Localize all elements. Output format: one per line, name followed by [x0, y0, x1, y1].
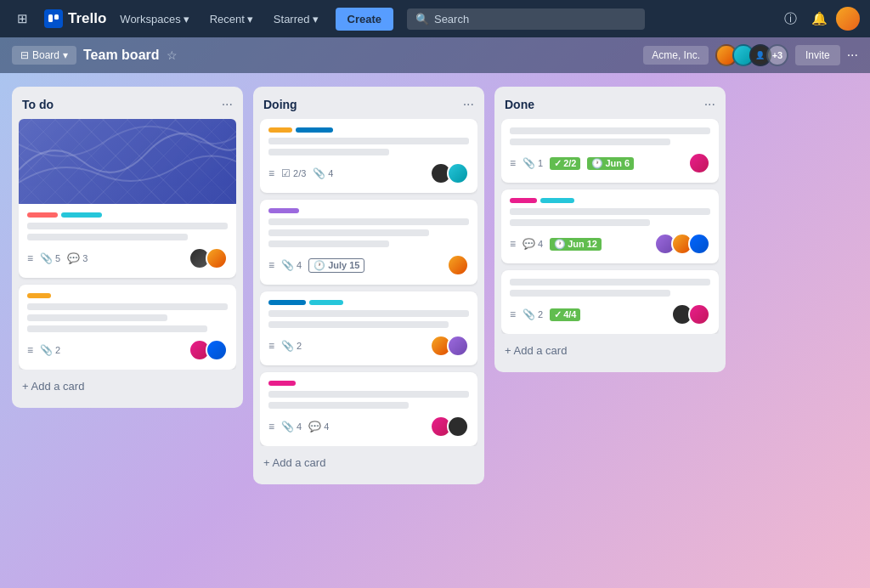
card-labels [268, 208, 469, 213]
label-pink [27, 212, 58, 218]
info-icon-button[interactable]: ⓘ [778, 7, 802, 31]
app-name: Trello [68, 10, 106, 27]
card-avatar-3[interactable] [688, 233, 710, 255]
column-todo-header: To do ··· [19, 95, 236, 119]
card-todo-1[interactable]: ≡ 📎 5 💬 3 [19, 119, 236, 278]
svg-rect-0 [48, 14, 53, 22]
label-cyan [61, 212, 102, 218]
board-view-button[interactable]: ⊟ Board ▾ [12, 46, 76, 65]
card-done-1[interactable]: ≡ 📎 1 ✓ 2/2 🕐 Jun 6 [501, 119, 719, 183]
list-icon: ≡ [268, 259, 274, 271]
nav-icons-group: ⓘ 🔔 [778, 7, 860, 31]
card-footer: ≡ 📎 4 🕐 July 15 [268, 254, 469, 276]
meta-list: ≡ [268, 421, 274, 433]
comment-icon: 💬 [308, 421, 321, 433]
card-doing-1[interactable]: ≡ ☑ 2/3 📎 4 [260, 119, 477, 193]
card-text-2 [27, 314, 167, 321]
card-text-3 [268, 240, 389, 247]
card-avatar-2[interactable] [447, 162, 469, 184]
column-done-cards: ≡ 📎 1 ✓ 2/2 🕐 Jun 6 [501, 119, 719, 334]
card-text-2 [268, 402, 409, 409]
invite-button[interactable]: Invite [795, 45, 840, 65]
card-labels [268, 381, 469, 386]
column-doing-menu[interactable]: ··· [463, 97, 474, 112]
star-icon[interactable]: ☆ [167, 48, 178, 62]
notifications-button[interactable]: 🔔 [807, 7, 831, 31]
paperclip-count: 4 [297, 421, 302, 432]
recent-menu[interactable]: Recent ▾ [203, 9, 260, 29]
card-footer: ≡ ☑ 2/3 📎 4 [268, 162, 469, 184]
board-nav-left: ⊟ Board ▾ Team board ☆ [12, 46, 178, 65]
card-labels [27, 212, 228, 218]
add-card-doing[interactable]: + Add a card [260, 449, 477, 476]
card-text-1 [27, 223, 228, 229]
paperclip-count: 4 [328, 168, 333, 178]
card-avatar-2[interactable] [688, 303, 710, 325]
card-avatar-2[interactable] [206, 339, 228, 361]
card-avatars [189, 247, 228, 269]
card-text-2 [510, 219, 650, 226]
card-footer: ≡ 📎 2 ✓ 4/4 [510, 303, 710, 325]
card-avatars [430, 162, 469, 184]
card-labels [268, 127, 469, 133]
comment-count: 4 [324, 421, 329, 432]
meta-paperclip: 📎 1 [523, 157, 543, 169]
label-blue [268, 300, 306, 305]
comment-count: 3 [82, 253, 88, 263]
paperclip-count: 2 [297, 341, 302, 351]
check-icon: ✓ [554, 309, 562, 320]
label-teal [309, 300, 343, 305]
user-avatar[interactable] [836, 7, 860, 31]
card-avatars [654, 233, 710, 255]
card-avatars [189, 339, 228, 361]
more-options-button[interactable]: ··· [847, 48, 858, 63]
card-meta: ≡ 📎 2 [27, 344, 60, 356]
paperclip-count: 5 [55, 253, 60, 263]
member-count[interactable]: +3 [766, 44, 788, 66]
meta-list: ≡ [268, 340, 274, 352]
card-doing-4[interactable]: ≡ 📎 4 💬 4 [260, 372, 477, 446]
paperclip-icon: 📎 [281, 421, 294, 433]
card-doing-2[interactable]: ≡ 📎 4 🕐 July 15 [260, 200, 477, 285]
starred-menu[interactable]: Starred ▾ [267, 9, 325, 29]
column-done-menu[interactable]: ··· [704, 97, 715, 112]
list-icon: ≡ [268, 167, 274, 179]
card-avatar-2[interactable] [447, 335, 469, 357]
card-footer: ≡ 💬 4 🕐 Jun 12 [510, 233, 710, 255]
search-bar[interactable]: 🔍 [407, 8, 645, 30]
card-done-3[interactable]: ≡ 📎 2 ✓ 4/4 [501, 270, 719, 334]
card-avatar-2[interactable] [206, 247, 228, 269]
paperclip-count: 2 [55, 345, 60, 355]
list-icon: ≡ [510, 238, 516, 250]
board-nav: ⊟ Board ▾ Team board ☆ Acme, Inc. 👤 +3 I… [0, 37, 870, 73]
card-labels [510, 198, 710, 203]
list-icon: ≡ [268, 421, 274, 433]
meta-paperclip: 📎 4 [281, 421, 302, 433]
card-meta: ≡ 📎 1 ✓ 2/2 🕐 Jun 6 [510, 157, 634, 170]
meta-comment: 💬 3 [67, 252, 88, 264]
add-card-todo[interactable]: + Add a card [19, 373, 236, 399]
date-badge: 🕐 Jun 6 [587, 157, 634, 170]
card-doing-3[interactable]: ≡ 📎 2 [260, 291, 477, 365]
meta-list: ≡ [27, 252, 33, 264]
column-doing-header: Doing ··· [260, 95, 477, 119]
label-yellow [27, 293, 51, 298]
workspaces-menu[interactable]: Workspaces ▾ [113, 9, 195, 29]
card-text-2 [510, 139, 670, 145]
meta-comment: 💬 4 [308, 421, 329, 433]
card-avatar-2[interactable] [447, 416, 469, 438]
create-button[interactable]: Create [336, 8, 393, 31]
paperclip-icon: 📎 [281, 340, 294, 352]
search-input[interactable] [434, 13, 587, 25]
svg-rect-1 [54, 14, 59, 20]
card-done-2[interactable]: ≡ 💬 4 🕐 Jun 12 [501, 189, 719, 263]
list-icon: ≡ [510, 157, 516, 169]
paperclip-icon: 📎 [523, 157, 535, 169]
card-todo-2[interactable]: ≡ 📎 2 [19, 285, 236, 370]
card-avatar-1[interactable] [688, 152, 710, 174]
card-avatar-1[interactable] [447, 254, 469, 276]
grid-icon[interactable]: ⊞ [10, 7, 34, 31]
add-card-done[interactable]: + Add a card [501, 337, 719, 364]
label-teal [540, 198, 574, 203]
column-todo-menu[interactable]: ··· [222, 97, 233, 112]
